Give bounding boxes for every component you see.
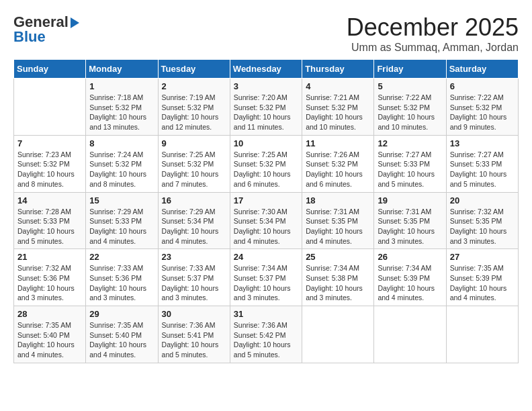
calendar-day-cell: 6Sunrise: 7:22 AMSunset: 5:32 PMDaylight… xyxy=(446,79,518,136)
calendar-day-cell: 13Sunrise: 7:27 AMSunset: 5:33 PMDayligh… xyxy=(446,135,518,192)
calendar-day-cell: 26Sunrise: 7:34 AMSunset: 5:39 PMDayligh… xyxy=(374,249,446,306)
calendar-day-cell: 1Sunrise: 7:18 AMSunset: 5:32 PMDaylight… xyxy=(86,79,158,136)
day-info: Sunrise: 7:27 AMSunset: 5:33 PMDaylight:… xyxy=(378,150,442,189)
calendar-week-row: 21Sunrise: 7:32 AMSunset: 5:36 PMDayligh… xyxy=(14,249,519,306)
calendar-header-cell: Monday xyxy=(86,60,158,79)
day-info: Sunrise: 7:31 AMSunset: 5:35 PMDaylight:… xyxy=(378,207,442,246)
day-info: Sunrise: 7:35 AMSunset: 5:40 PMDaylight:… xyxy=(89,320,154,360)
day-info: Sunrise: 7:34 AMSunset: 5:38 PMDaylight:… xyxy=(306,263,370,303)
calendar-day-cell: 2Sunrise: 7:19 AMSunset: 5:32 PMDaylight… xyxy=(158,79,230,136)
day-number: 26 xyxy=(378,252,442,262)
calendar-day-cell xyxy=(446,306,518,363)
calendar-day-cell: 11Sunrise: 7:26 AMSunset: 5:32 PMDayligh… xyxy=(302,135,374,192)
day-number: 25 xyxy=(306,252,370,262)
calendar-day-cell: 25Sunrise: 7:34 AMSunset: 5:38 PMDayligh… xyxy=(302,249,374,306)
day-info: Sunrise: 7:32 AMSunset: 5:35 PMDaylight:… xyxy=(450,207,515,246)
calendar-day-cell: 21Sunrise: 7:32 AMSunset: 5:36 PMDayligh… xyxy=(14,249,86,306)
calendar-header-cell: Tuesday xyxy=(158,60,230,79)
calendar-day-cell: 8Sunrise: 7:24 AMSunset: 5:32 PMDaylight… xyxy=(86,135,158,192)
calendar-header-cell: Friday xyxy=(374,60,446,79)
calendar-day-cell: 16Sunrise: 7:29 AMSunset: 5:34 PMDayligh… xyxy=(158,192,230,249)
day-number: 30 xyxy=(162,309,226,319)
logo-blue: Blue xyxy=(13,28,46,46)
day-number: 2 xyxy=(162,81,226,91)
day-info: Sunrise: 7:28 AMSunset: 5:33 PMDaylight:… xyxy=(17,207,82,246)
day-info: Sunrise: 7:23 AMSunset: 5:32 PMDaylight:… xyxy=(17,150,82,189)
calendar-day-cell xyxy=(374,306,446,363)
day-info: Sunrise: 7:24 AMSunset: 5:32 PMDaylight:… xyxy=(89,150,154,189)
day-info: Sunrise: 7:21 AMSunset: 5:32 PMDaylight:… xyxy=(306,93,370,132)
location-title: Umm as Summaq, Amman, Jordan xyxy=(347,42,519,54)
calendar-day-cell: 20Sunrise: 7:32 AMSunset: 5:35 PMDayligh… xyxy=(446,192,518,249)
day-number: 22 xyxy=(89,252,154,262)
calendar-day-cell: 12Sunrise: 7:27 AMSunset: 5:33 PMDayligh… xyxy=(374,135,446,192)
day-number: 5 xyxy=(378,81,442,91)
day-number: 13 xyxy=(450,138,515,148)
day-number: 15 xyxy=(89,195,154,205)
calendar-day-cell: 31Sunrise: 7:36 AMSunset: 5:42 PMDayligh… xyxy=(230,306,302,363)
day-info: Sunrise: 7:27 AMSunset: 5:33 PMDaylight:… xyxy=(450,150,515,189)
day-info: Sunrise: 7:26 AMSunset: 5:32 PMDaylight:… xyxy=(306,150,370,189)
day-number: 21 xyxy=(17,252,82,262)
day-info: Sunrise: 7:29 AMSunset: 5:33 PMDaylight:… xyxy=(89,207,154,246)
title-block: December 2025 Umm as Summaq, Amman, Jord… xyxy=(347,13,519,54)
day-number: 19 xyxy=(378,195,442,205)
day-number: 16 xyxy=(162,195,226,205)
calendar-day-cell: 24Sunrise: 7:34 AMSunset: 5:37 PMDayligh… xyxy=(230,249,302,306)
day-number: 4 xyxy=(306,81,370,91)
day-number: 28 xyxy=(17,309,82,319)
calendar-week-row: 28Sunrise: 7:35 AMSunset: 5:40 PMDayligh… xyxy=(14,306,519,363)
day-number: 29 xyxy=(89,309,154,319)
day-info: Sunrise: 7:18 AMSunset: 5:32 PMDaylight:… xyxy=(89,93,154,132)
day-info: Sunrise: 7:20 AMSunset: 5:32 PMDaylight:… xyxy=(234,93,298,132)
calendar-day-cell xyxy=(302,306,374,363)
calendar-day-cell: 3Sunrise: 7:20 AMSunset: 5:32 PMDaylight… xyxy=(230,79,302,136)
calendar-body: 1Sunrise: 7:18 AMSunset: 5:32 PMDaylight… xyxy=(14,79,519,363)
day-number: 14 xyxy=(17,195,82,205)
calendar-header-cell: Thursday xyxy=(302,60,374,79)
day-number: 18 xyxy=(306,195,370,205)
day-number: 1 xyxy=(89,81,154,91)
calendar-day-cell: 22Sunrise: 7:33 AMSunset: 5:36 PMDayligh… xyxy=(86,249,158,306)
calendar-day-cell: 18Sunrise: 7:31 AMSunset: 5:35 PMDayligh… xyxy=(302,192,374,249)
day-info: Sunrise: 7:32 AMSunset: 5:36 PMDaylight:… xyxy=(17,263,82,303)
day-number: 9 xyxy=(162,138,226,148)
day-number: 8 xyxy=(89,138,154,148)
day-number: 27 xyxy=(450,252,515,262)
day-info: Sunrise: 7:34 AMSunset: 5:39 PMDaylight:… xyxy=(378,263,442,303)
calendar-day-cell: 30Sunrise: 7:36 AMSunset: 5:41 PMDayligh… xyxy=(158,306,230,363)
calendar-header-cell: Wednesday xyxy=(230,60,302,79)
day-info: Sunrise: 7:34 AMSunset: 5:37 PMDaylight:… xyxy=(234,263,298,303)
calendar-day-cell: 28Sunrise: 7:35 AMSunset: 5:40 PMDayligh… xyxy=(14,306,86,363)
day-info: Sunrise: 7:25 AMSunset: 5:32 PMDaylight:… xyxy=(234,150,298,189)
calendar-day-cell: 5Sunrise: 7:22 AMSunset: 5:32 PMDaylight… xyxy=(374,79,446,136)
page-header: General Blue December 2025 Umm as Summaq… xyxy=(13,13,519,54)
day-number: 6 xyxy=(450,81,515,91)
day-number: 7 xyxy=(17,138,82,148)
calendar-day-cell: 27Sunrise: 7:35 AMSunset: 5:39 PMDayligh… xyxy=(446,249,518,306)
day-number: 11 xyxy=(306,138,370,148)
day-info: Sunrise: 7:33 AMSunset: 5:36 PMDaylight:… xyxy=(89,263,154,303)
calendar-day-cell: 10Sunrise: 7:25 AMSunset: 5:32 PMDayligh… xyxy=(230,135,302,192)
calendar-week-row: 1Sunrise: 7:18 AMSunset: 5:32 PMDaylight… xyxy=(14,79,519,136)
day-info: Sunrise: 7:19 AMSunset: 5:32 PMDaylight:… xyxy=(162,93,226,132)
calendar-day-cell: 29Sunrise: 7:35 AMSunset: 5:40 PMDayligh… xyxy=(86,306,158,363)
calendar-day-cell: 17Sunrise: 7:30 AMSunset: 5:34 PMDayligh… xyxy=(230,192,302,249)
day-info: Sunrise: 7:29 AMSunset: 5:34 PMDaylight:… xyxy=(162,207,226,246)
day-info: Sunrise: 7:35 AMSunset: 5:39 PMDaylight:… xyxy=(450,263,515,303)
calendar-day-cell: 9Sunrise: 7:25 AMSunset: 5:32 PMDaylight… xyxy=(158,135,230,192)
day-number: 10 xyxy=(234,138,298,148)
day-number: 24 xyxy=(234,252,298,262)
calendar-day-cell: 15Sunrise: 7:29 AMSunset: 5:33 PMDayligh… xyxy=(86,192,158,249)
calendar-header-row: SundayMondayTuesdayWednesdayThursdayFrid… xyxy=(14,60,519,79)
calendar-week-row: 7Sunrise: 7:23 AMSunset: 5:32 PMDaylight… xyxy=(14,135,519,192)
calendar-day-cell: 23Sunrise: 7:33 AMSunset: 5:37 PMDayligh… xyxy=(158,249,230,306)
day-number: 23 xyxy=(162,252,226,262)
day-info: Sunrise: 7:22 AMSunset: 5:32 PMDaylight:… xyxy=(378,93,442,132)
day-info: Sunrise: 7:25 AMSunset: 5:32 PMDaylight:… xyxy=(162,150,226,189)
day-info: Sunrise: 7:22 AMSunset: 5:32 PMDaylight:… xyxy=(450,93,515,132)
logo-arrow-icon xyxy=(71,17,79,28)
month-year-title: December 2025 xyxy=(347,13,519,42)
calendar-day-cell: 4Sunrise: 7:21 AMSunset: 5:32 PMDaylight… xyxy=(302,79,374,136)
day-info: Sunrise: 7:31 AMSunset: 5:35 PMDaylight:… xyxy=(306,207,370,246)
